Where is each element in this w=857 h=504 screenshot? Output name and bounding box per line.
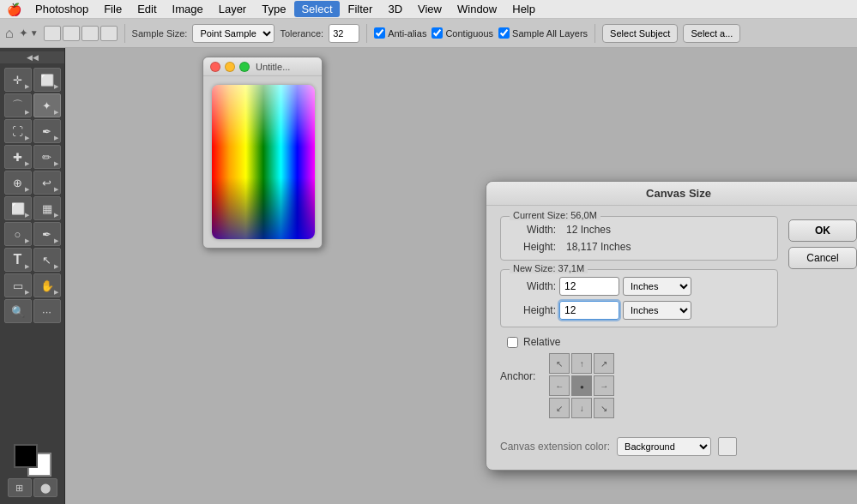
select-and-button[interactable]: Select a... bbox=[683, 24, 740, 43]
tool-marquee[interactable]: ⬜ ▶ bbox=[33, 68, 61, 92]
toolbar-rect4-icon[interactable] bbox=[100, 26, 118, 41]
anchor-tc[interactable] bbox=[571, 353, 592, 374]
anti-alias-label: Anti-alias bbox=[388, 28, 426, 39]
current-size-label: Current Size: 56,0M bbox=[510, 210, 601, 220]
dialog-left: Current Size: 56,0M Width: 12 Inches Hei… bbox=[500, 216, 778, 422]
tool-move[interactable]: ✛ ▶ bbox=[4, 68, 32, 92]
tool-dodge[interactable]: ○ ▶ bbox=[4, 222, 32, 246]
anti-alias-group: Anti-alias bbox=[374, 27, 426, 39]
select-subject-button[interactable]: Select Subject bbox=[602, 24, 678, 43]
anchor-ml[interactable] bbox=[549, 375, 570, 396]
sidebar-collapse[interactable]: ◀◀ bbox=[0, 51, 64, 63]
tool-wand[interactable]: ✦ ▶ bbox=[33, 93, 61, 117]
anchor-tr-icon bbox=[601, 359, 607, 369]
anchor-br[interactable] bbox=[594, 398, 614, 418]
cancel-button[interactable]: Cancel bbox=[788, 247, 857, 269]
menu-filter[interactable]: Filter bbox=[341, 1, 380, 17]
anchor-mr[interactable] bbox=[594, 375, 614, 396]
menu-type[interactable]: Type bbox=[255, 1, 293, 17]
zoom-button[interactable] bbox=[239, 62, 250, 72]
sample-all-group: Sample All Layers bbox=[498, 27, 588, 39]
new-size-label: New Size: 37,1M bbox=[510, 263, 588, 273]
sample-size-select[interactable]: Point Sample bbox=[192, 24, 275, 43]
color-boxes[interactable] bbox=[14, 444, 51, 477]
menu-view[interactable]: View bbox=[411, 1, 449, 17]
minimize-button[interactable] bbox=[225, 62, 235, 72]
menu-help[interactable]: Help bbox=[505, 1, 542, 17]
crop-arrow: ▶ bbox=[25, 135, 29, 141]
menu-select[interactable]: Select bbox=[294, 1, 339, 17]
relative-label: Relative bbox=[523, 336, 560, 348]
toolbar-rect-icon[interactable] bbox=[44, 26, 61, 41]
ok-button[interactable]: OK bbox=[788, 219, 857, 242]
wand-arrow: ▶ bbox=[54, 109, 58, 116]
tool-hand[interactable]: ✋ ▶ bbox=[33, 273, 61, 297]
contiguous-group: Contiguous bbox=[432, 27, 493, 39]
new-height-unit[interactable]: Inches Pixels Centimeters bbox=[623, 301, 691, 320]
tool-gradient[interactable]: ▦ ▶ bbox=[33, 196, 61, 220]
menu-3d[interactable]: 3D bbox=[381, 1, 409, 17]
tool-type[interactable]: T ▶ bbox=[4, 248, 32, 272]
tool-row-9: ▭ ▶ ✋ ▶ bbox=[0, 273, 64, 298]
anchor-tr[interactable] bbox=[594, 353, 614, 374]
tool-clone[interactable]: ⊕ ▶ bbox=[4, 171, 32, 195]
tool-more[interactable]: ··· bbox=[33, 299, 61, 323]
anti-alias-checkbox[interactable] bbox=[374, 27, 385, 39]
type-icon: T bbox=[14, 252, 22, 267]
tool-heal[interactable]: ✚ ▶ bbox=[4, 145, 32, 169]
tool-path-sel[interactable]: ↖ ▶ bbox=[33, 248, 61, 272]
menu-edit[interactable]: Edit bbox=[130, 1, 163, 17]
canvas-ext-select[interactable]: Background Foreground White Black Other.… bbox=[617, 437, 711, 456]
tool-zoom[interactable]: 🔍 bbox=[4, 299, 32, 323]
toolbar-sep1 bbox=[124, 24, 125, 43]
magic-wand-icon[interactable]: ✦ bbox=[19, 27, 28, 39]
anchor-grid[interactable] bbox=[549, 353, 614, 418]
tool-pen[interactable]: ✒ ▶ bbox=[33, 222, 61, 246]
tool-history[interactable]: ↩ ▶ bbox=[33, 171, 61, 195]
anchor-bc[interactable] bbox=[571, 398, 592, 418]
relative-checkbox[interactable] bbox=[507, 337, 518, 348]
tool-eraser[interactable]: ⬜ ▶ bbox=[4, 196, 32, 220]
tool-eyedropper[interactable]: ✒ ▶ bbox=[33, 119, 61, 143]
current-height-row: Height: 18,117 Inches bbox=[511, 241, 767, 253]
new-height-input[interactable] bbox=[559, 301, 619, 320]
new-width-input[interactable] bbox=[559, 277, 619, 296]
new-width-unit[interactable]: Inches Pixels Centimeters bbox=[623, 277, 691, 296]
move-arrow: ▶ bbox=[25, 83, 29, 90]
toolbar-rect3-icon[interactable] bbox=[81, 26, 99, 41]
toggle-screen-mode[interactable]: ⊞ bbox=[8, 478, 32, 497]
quick-mask-mode[interactable]: ⬤ bbox=[33, 478, 57, 497]
menu-window[interactable]: Window bbox=[450, 1, 504, 17]
menu-photoshop[interactable]: Photoshop bbox=[28, 1, 95, 17]
sample-all-checkbox[interactable] bbox=[498, 27, 510, 39]
contiguous-checkbox[interactable] bbox=[432, 27, 443, 39]
shape-arrow: ▶ bbox=[25, 289, 29, 296]
tolerance-label: Tolerance: bbox=[280, 28, 323, 39]
tool-shape[interactable]: ▭ ▶ bbox=[4, 273, 32, 297]
foreground-color-swatch[interactable] bbox=[14, 444, 38, 468]
anchor-tl[interactable] bbox=[549, 353, 570, 374]
tool-lasso[interactable]: ⌒ ▶ bbox=[4, 93, 32, 117]
toolbar-rect2-icon[interactable] bbox=[63, 26, 80, 41]
apple-menu[interactable]: 🍎 bbox=[7, 3, 21, 16]
doc-canvas[interactable] bbox=[212, 85, 315, 239]
canvas-ext-swatch[interactable] bbox=[718, 437, 737, 456]
toolbar-home-icon[interactable]: ⌂ bbox=[5, 26, 14, 41]
anchor-bl[interactable] bbox=[549, 398, 570, 418]
dodge-icon: ○ bbox=[15, 228, 21, 241]
clone-arrow: ▶ bbox=[25, 186, 29, 193]
close-button[interactable] bbox=[210, 62, 220, 72]
menu-image[interactable]: Image bbox=[166, 1, 210, 17]
hand-icon: ✋ bbox=[40, 279, 54, 292]
tolerance-input[interactable] bbox=[329, 24, 359, 43]
move-icon: ✛ bbox=[13, 74, 22, 87]
eraser-arrow: ▶ bbox=[25, 212, 29, 219]
tool-crop[interactable]: ⛶ ▶ bbox=[4, 119, 32, 143]
relative-row: Relative bbox=[500, 336, 778, 348]
dialog-buttons: OK Cancel bbox=[788, 216, 857, 422]
menu-file[interactable]: File bbox=[97, 1, 129, 17]
tool-brush[interactable]: ✏ ▶ bbox=[33, 145, 61, 169]
menu-layer[interactable]: Layer bbox=[212, 1, 254, 17]
mask-quick-row: ⊞ ⬤ bbox=[8, 478, 57, 497]
anchor-mc[interactable] bbox=[571, 375, 592, 396]
